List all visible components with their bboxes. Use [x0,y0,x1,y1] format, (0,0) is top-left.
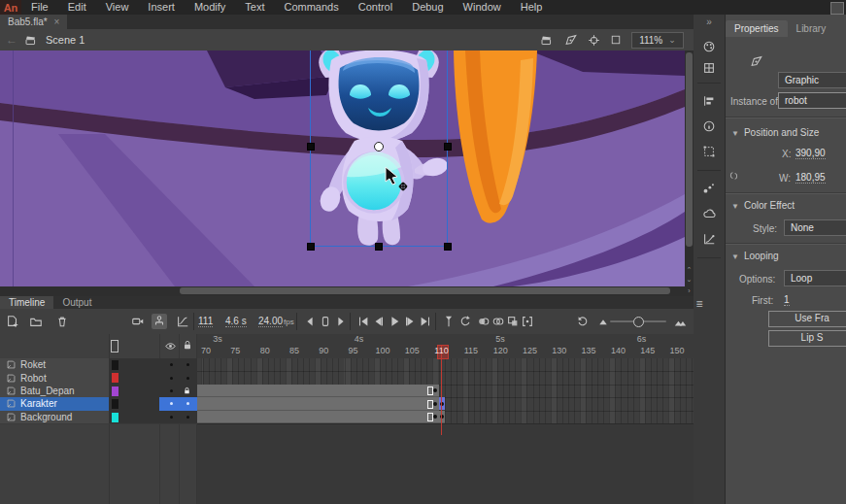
link-broken-icon[interactable] [728,169,740,183]
edit-symbols-icon[interactable] [563,33,578,47]
panel-menu-icon[interactable]: ≡ [684,297,715,311]
next-frame-icon[interactable] [333,314,349,329]
menu-window[interactable]: Window [454,0,511,15]
parent-layers-icon[interactable] [152,314,167,329]
frame-row-batu_depan[interactable] [197,385,694,398]
stage-canvas[interactable] [0,50,685,286]
layer-color-swatch[interactable] [112,373,118,383]
layer-row-background[interactable]: Background [0,411,197,424]
section-looping[interactable]: ▼Looping [731,251,779,261]
center-playhead-icon[interactable] [441,314,457,329]
info-icon[interactable] [694,119,725,133]
tab-output[interactable]: Output [53,296,100,309]
symbol-type-select[interactable]: Graphic [778,72,846,88]
new-layer-icon[interactable] [5,314,20,329]
section-color-effect[interactable]: ▼Color Effect [731,200,795,211]
tab-timeline[interactable]: Timeline [0,296,53,309]
brush-dots-icon[interactable] [694,182,725,195]
zoom-in-mountain-icon[interactable] [672,314,688,329]
layer-color-swatch[interactable] [112,413,118,422]
frame-span[interactable] [197,397,439,410]
layer-visibility-dot[interactable] [170,377,173,380]
graph-editor-icon[interactable] [175,314,190,329]
prev-frame-icon[interactable] [302,314,318,329]
menu-insert[interactable]: Insert [138,0,185,15]
use-frame-picker-button[interactable]: Use Fra [768,311,846,327]
lock-icon[interactable] [182,339,193,352]
tab-properties[interactable]: Properties [726,20,788,37]
back-arrow-icon[interactable]: ← [6,33,17,47]
cc-cloud-icon[interactable] [694,207,725,220]
current-frame-indicator[interactable]: 111 [198,314,213,329]
outline-column-icon[interactable] [111,340,118,353]
menu-view[interactable]: View [96,0,139,15]
selection-handle-bottom-center[interactable] [375,243,383,251]
step-back-icon[interactable] [371,314,387,329]
lip-syncing-button[interactable]: Lip S [768,330,846,347]
first-frame-icon[interactable] [355,314,371,329]
elapsed-time-indicator[interactable]: 4.6 s [225,314,247,329]
onion-skin-icon[interactable] [476,314,491,329]
transform-icon[interactable] [694,145,725,158]
stage-vertical-scrollbar[interactable]: ⌃ ⌄ [685,50,694,286]
style-select[interactable]: None [784,219,846,236]
layer-row-robot[interactable]: Robot [0,371,197,385]
frame-row-robot[interactable] [197,371,694,385]
frame-end-marker[interactable] [427,413,433,421]
zoom-level-select[interactable]: 111% ⌄ [631,32,684,49]
frame-end-marker[interactable] [427,386,433,395]
center-stage-icon[interactable] [588,34,600,47]
layer-color-swatch[interactable] [112,399,118,409]
layer-color-swatch[interactable] [112,360,118,370]
menu-modify[interactable]: Modify [185,0,235,15]
layer-row-roket[interactable]: Roket [0,358,197,372]
menu-help[interactable]: Help [511,0,553,15]
animate-logo[interactable]: An [0,0,21,15]
edit-multiple-frames-icon[interactable] [505,314,521,329]
layer-lock-dot[interactable] [186,416,189,419]
layer-locked-icon[interactable] [183,386,191,396]
workspace-icon[interactable] [830,2,844,15]
menu-file[interactable]: File [21,0,58,15]
eye-icon[interactable] [164,340,177,353]
delete-icon[interactable] [54,314,70,329]
collapse-panels-icon[interactable]: » [694,17,725,27]
motion-graph-icon[interactable] [694,232,725,246]
playhead-line[interactable] [441,346,443,435]
frame-row-karakter[interactable] [197,397,694,411]
frame-row-roket[interactable] [197,358,694,372]
step-forward-icon[interactable] [402,314,418,329]
edit-scene-icon[interactable] [539,34,554,47]
selection-handle-mid-right[interactable] [444,143,452,151]
menu-edit[interactable]: Edit [58,0,96,15]
frame-span[interactable] [197,385,439,397]
stage-horizontal-scrollbar[interactable] [0,286,685,296]
onion-outlines-icon[interactable] [491,314,506,329]
loop-options-select[interactable]: Loop [784,270,846,286]
transform-point[interactable] [374,142,384,151]
menu-debug[interactable]: Debug [402,0,453,15]
menu-control[interactable]: Control [349,0,402,15]
selection-handle-bottom-right[interactable] [444,243,452,251]
frame-end-marker[interactable] [427,400,433,409]
color-icon[interactable] [694,40,725,53]
w-value[interactable]: 180,95 [795,172,826,184]
swatches-icon[interactable] [694,61,725,75]
layer-visibility-dot[interactable] [170,416,173,419]
zoom-out-mountain-icon[interactable] [595,314,611,329]
layer-row-karakter[interactable]: Karakter [0,397,197,411]
instance-name-field[interactable]: robot [778,92,846,109]
x-value[interactable]: 390,90 [795,148,826,159]
frame-rate-indicator[interactable]: 24.00fps [258,314,294,329]
document-tab[interactable]: Bab5.fla* × [0,15,67,29]
reset-zoom-icon[interactable] [575,314,591,329]
camera-icon[interactable] [130,314,146,329]
close-icon[interactable]: × [54,17,60,27]
section-position-size[interactable]: ▼Position and Size [731,127,819,138]
play-icon[interactable] [387,314,402,329]
layer-color-swatch[interactable] [112,386,118,396]
menu-commands[interactable]: Commands [274,0,348,15]
first-frame-value[interactable]: 1 [784,294,790,306]
current-frame-icon[interactable] [318,314,333,329]
selection-handle-mid-left[interactable] [307,143,315,151]
